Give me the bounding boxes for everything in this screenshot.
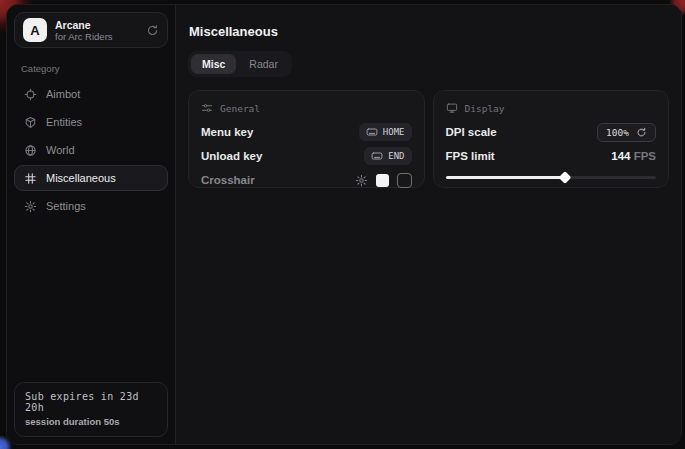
sidebar-nav: Aimbot Entities Wo [14, 81, 168, 219]
app-name: Arcane [55, 19, 113, 31]
sidebar-item-label: Aimbot [46, 88, 80, 100]
crosshair-color-swatch[interactable] [376, 174, 389, 187]
card-title: Display [465, 103, 505, 114]
sub-expiry-text: Sub expires in 23d 20h [25, 391, 157, 413]
unload-key-label: Unload key [201, 150, 262, 162]
sliders-icon [201, 102, 213, 114]
unload-key-row: Unload key END [201, 144, 412, 168]
fps-limit-slider[interactable] [446, 172, 657, 183]
gear-icon [24, 200, 37, 213]
dpi-scale-value: 100% [606, 127, 629, 138]
fps-limit-label: FPS limit [446, 150, 495, 162]
crosshair-row: Crosshair [201, 168, 412, 192]
avatar: A [23, 18, 47, 42]
crosshair-label: Crosshair [201, 174, 255, 186]
refresh-icon[interactable] [146, 24, 159, 37]
grid-icon [24, 172, 37, 185]
sidebar-item-entities[interactable]: Entities [14, 109, 168, 135]
fps-limit-row: FPS limit 144 FPS [446, 144, 657, 168]
app-subtitle: for Arc Riders [55, 31, 113, 42]
tab-radar[interactable]: Radar [238, 54, 289, 74]
keyboard-icon [371, 150, 383, 162]
fps-limit-unit: FPS [634, 150, 656, 162]
dpi-scale-control[interactable]: 100% [597, 123, 656, 142]
fps-limit-value: 144 [611, 150, 630, 162]
crosshair-settings-gear-icon[interactable] [355, 174, 368, 187]
menu-key-value: HOME [383, 127, 405, 137]
refresh-icon[interactable] [636, 127, 647, 138]
app-logo-card: A Arcane for Arc Riders [14, 12, 168, 48]
tab-misc[interactable]: Misc [191, 54, 236, 74]
sidebar-item-label: Miscellaneous [46, 172, 116, 184]
page-title: Miscellaneous [189, 24, 669, 39]
sidebar-item-label: Settings [46, 200, 86, 212]
main-panel: Miscellaneous Misc Radar General [176, 5, 681, 444]
unload-key-value: END [388, 151, 404, 161]
dpi-scale-label: DPI scale [446, 126, 497, 138]
sidebar-item-aimbot[interactable]: Aimbot [14, 81, 168, 107]
globe-icon [24, 144, 37, 157]
crosshair-icon [24, 88, 37, 101]
dpi-scale-row: DPI scale 100% [446, 120, 657, 144]
sidebar: A Arcane for Arc Riders Category [7, 5, 176, 444]
tab-bar: Misc Radar [188, 51, 292, 77]
sidebar-item-label: World [46, 144, 75, 156]
sidebar-item-settings[interactable]: Settings [14, 193, 168, 219]
general-card: General Menu key HOME [188, 90, 425, 188]
entities-icon [24, 116, 37, 129]
sidebar-item-world[interactable]: World [14, 137, 168, 163]
menu-key-row: Menu key HOME [201, 120, 412, 144]
display-card: Display DPI scale 100% [433, 90, 670, 188]
category-label: Category [21, 63, 161, 74]
unload-key-bind-button[interactable]: END [364, 147, 411, 165]
sidebar-item-miscellaneous[interactable]: Miscellaneous [14, 165, 168, 191]
sidebar-item-label: Entities [46, 116, 82, 128]
monitor-icon [446, 102, 458, 114]
keyboard-icon [366, 126, 378, 138]
crosshair-preview-box[interactable] [397, 173, 412, 188]
settings-cards: General Menu key HOME [188, 90, 669, 188]
card-title: General [220, 103, 260, 114]
fps-slider-fill [446, 176, 566, 179]
app-window: A Arcane for Arc Riders Category [6, 4, 682, 445]
menu-key-label: Menu key [201, 126, 253, 138]
subscription-card: Sub expires in 23d 20h session duration … [14, 382, 168, 437]
desktop-background: A Arcane for Arc Riders Category [0, 0, 685, 449]
fps-slider-thumb[interactable] [559, 171, 572, 184]
menu-key-bind-button[interactable]: HOME [359, 123, 412, 141]
session-duration-text: session duration 50s [25, 416, 157, 427]
